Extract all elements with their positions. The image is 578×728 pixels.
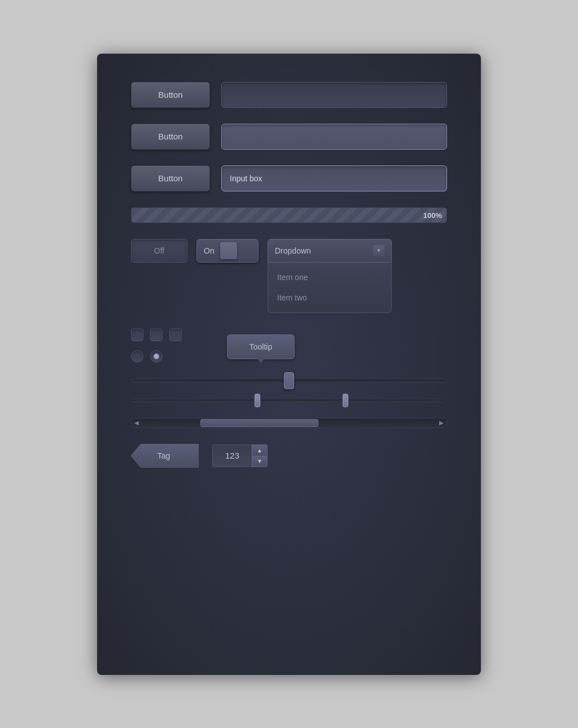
dropdown-header[interactable]: Dropdown ▼: [268, 239, 392, 263]
input-field-1[interactable]: [221, 82, 447, 108]
left-controls: [131, 329, 182, 363]
dropdown-menu: Item one Item two: [268, 263, 392, 313]
scrollbar-left-arrow[interactable]: ◀: [132, 418, 142, 428]
toggle-off-label: Off: [154, 246, 164, 255]
toggle-on-button[interactable]: On: [196, 239, 259, 263]
arrow-symbol: ▼: [376, 247, 382, 254]
checkbox-row: [131, 329, 182, 341]
ui-kit-card: Button Button Button 100% Off On Drop: [97, 54, 481, 675]
input-field-2[interactable]: [221, 124, 447, 150]
dropdown-label: Dropdown: [275, 246, 311, 255]
toggle-on-label: On: [204, 246, 214, 255]
button-1[interactable]: Button: [131, 82, 210, 108]
toggle-dropdown-row: Off On Dropdown ▼ Item one Item two: [131, 239, 447, 313]
dropdown-item-1[interactable]: Item one: [268, 267, 391, 287]
dropdown-arrow-icon: ▼: [373, 245, 384, 256]
toggle-off-button[interactable]: Off: [131, 239, 187, 263]
slider-2-thumb-right[interactable]: [343, 394, 348, 407]
row-1: Button: [131, 82, 447, 108]
dropdown[interactable]: Dropdown ▼ Item one Item two: [268, 239, 392, 313]
tag-wrapper: Tag: [131, 444, 199, 468]
slider-1-container: [131, 378, 447, 383]
stepper-input[interactable]: [212, 444, 252, 467]
progress-bar-fill: [132, 208, 446, 223]
svg-text:Tag: Tag: [157, 451, 170, 460]
slider-1-thumb[interactable]: [284, 372, 294, 389]
scrollbar[interactable]: ◀ ▶: [131, 418, 447, 428]
scrollbar-thumb[interactable]: [200, 419, 318, 427]
checkbox-3[interactable]: [169, 329, 182, 341]
stepper-buttons: ▲ ▼: [252, 444, 268, 467]
checkbox-1[interactable]: [131, 329, 143, 341]
mid-section: Tooltip: [131, 329, 447, 363]
number-stepper: ▲ ▼: [212, 444, 268, 467]
slider-2-container: [131, 399, 447, 402]
toggle-indicator: [220, 242, 237, 259]
row-3: Button: [131, 165, 447, 191]
tooltip-button[interactable]: Tooltip: [227, 334, 295, 359]
progress-container: 100%: [131, 207, 447, 223]
checkbox-2[interactable]: [150, 329, 163, 341]
radio-1[interactable]: [131, 350, 143, 363]
stepper-down-button[interactable]: ▼: [252, 456, 268, 467]
slider-2-track: [131, 399, 447, 402]
button-2[interactable]: Button: [131, 124, 210, 150]
slider-2-thumb-left[interactable]: [255, 394, 260, 407]
button-3[interactable]: Button: [131, 165, 210, 191]
radio-2[interactable]: [150, 350, 163, 363]
input-field-3[interactable]: [221, 165, 447, 191]
dropdown-item-2[interactable]: Item two: [268, 287, 391, 308]
slider-1-track: [131, 378, 447, 383]
tag-shape-svg[interactable]: Tag: [131, 444, 199, 468]
tooltip-label: Tooltip: [249, 342, 272, 351]
radio-row: [131, 350, 182, 363]
stepper-up-button[interactable]: ▲: [252, 444, 268, 456]
scrollbar-track: [142, 419, 436, 428]
bottom-row: Tag ▲ ▼: [131, 444, 447, 468]
progress-label: 100%: [423, 211, 442, 219]
scrollbar-right-arrow[interactable]: ▶: [436, 418, 446, 428]
row-2: Button: [131, 124, 447, 150]
progress-bar-track: 100%: [131, 207, 447, 223]
